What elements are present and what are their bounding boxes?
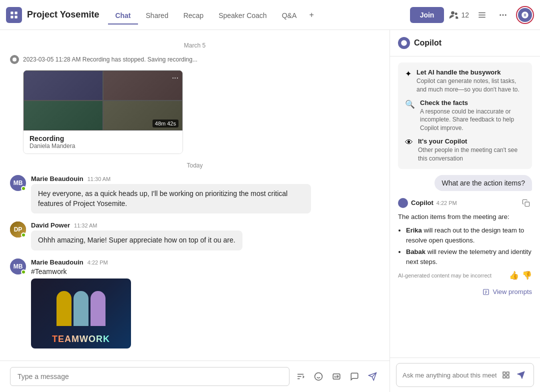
response-bold-1: Erika (406, 226, 422, 234)
recording-author: Daniela Mandera (30, 142, 176, 150)
person-3 (90, 291, 106, 326)
copilot-icon (518, 8, 532, 22)
message-bubble-2: Ohhh amazing, Marie! Super appreciate ho… (31, 230, 242, 250)
info-desc-2: A response could be inaccurate or incomp… (420, 108, 525, 132)
message-author-1: Marie Beaudouin (31, 175, 84, 182)
recording-duration: 48m 42s (152, 120, 178, 128)
message-author-2: David Power (31, 222, 70, 229)
attach-icon[interactable] (348, 370, 362, 384)
response-list: Erika will reach out to the design team … (398, 226, 532, 266)
copilot-avatar-button[interactable] (516, 6, 534, 24)
add-tab-button[interactable]: + (304, 8, 318, 22)
info-item-3: 👁 It's your Copilot Other people in the … (405, 138, 525, 163)
app-icon[interactable] (6, 7, 22, 23)
list-icon[interactable] (474, 7, 490, 23)
view-prompts-button[interactable]: View prompts (482, 288, 532, 296)
participants-button[interactable]: 12 (449, 10, 469, 20)
view-prompts-row: View prompts (398, 286, 532, 298)
join-button[interactable]: Join (410, 7, 444, 23)
gif-icon[interactable] (330, 370, 344, 384)
copilot-response: Copilot 4:22 PM The action items from th… (398, 197, 532, 280)
online-indicator-david (21, 232, 26, 238)
gif-people (31, 284, 131, 334)
avatar-marie: MB (10, 175, 26, 191)
message-content-1: Marie Beaudouin 11:30 AM Hey everyone, a… (31, 175, 380, 214)
nav-left: Project Yosemite Chat Shared Recap Speak… (6, 6, 410, 24)
tab-chat[interactable]: Chat (108, 8, 138, 24)
person-1 (56, 291, 72, 326)
message-1: MB Marie Beaudouin 11:30 AM Hey everyone… (10, 175, 380, 214)
svg-rect-2 (10, 16, 13, 18)
copilot-body: ✦ Let AI handle the busywork Copilot can… (390, 56, 540, 358)
avatar-david: DP (10, 222, 26, 238)
message-content-2: David Power 11:32 AM Ohhh amazing, Marie… (31, 222, 380, 250)
response-time: 4:22 PM (436, 200, 457, 206)
response-bold-2: Babak (406, 248, 426, 256)
message-time-3: 4:22 PM (88, 260, 108, 266)
thumbs-down-icon[interactable]: 👎 (522, 270, 532, 280)
emoji-icon[interactable] (312, 370, 326, 384)
svg-rect-20 (525, 202, 530, 206)
participants-count: 12 (461, 11, 469, 19)
response-author: Copilot 4:22 PM (398, 198, 457, 208)
top-navigation: Project Yosemite Chat Shared Recap Speak… (0, 0, 540, 30)
view-prompts-label: View prompts (492, 288, 532, 296)
svg-point-5 (455, 12, 458, 15)
svg-point-12 (12, 58, 16, 62)
person-2 (74, 291, 88, 326)
avatar-marie-2: MB (10, 258, 26, 274)
tab-speaker-coach[interactable]: Speaker Coach (212, 8, 274, 24)
svg-point-11 (505, 14, 506, 16)
svg-rect-1 (15, 12, 18, 14)
info-title-2: Check the facts (420, 99, 525, 106)
info-desc-3: Other people in the meeting can't see th… (418, 146, 525, 163)
tab-qa[interactable]: Q&A (275, 8, 304, 24)
thumbs-up-icon[interactable]: 👍 (509, 270, 519, 280)
info-title-3: It's your Copilot (418, 138, 525, 145)
ai-disclaimer: AI-generated content may be incorrect (398, 272, 492, 278)
recording-card[interactable]: 48m 42s ··· Recording Daniela Mandera (23, 70, 183, 154)
copilot-info-card: ✦ Let AI handle the busywork Copilot can… (398, 62, 532, 169)
response-intro: The action items from the meeting are: (398, 212, 532, 222)
message-author-3: Marie Beaudouin (31, 258, 84, 266)
chat-messages: March 5 2023-03-05 11:28 AM Recording ha… (0, 30, 390, 360)
sparkle-icon: ✦ (405, 69, 412, 78)
recording-system-text: 2023-03-05 11:28 AM Recording has stoppe… (23, 56, 198, 63)
copilot-header-icon (398, 37, 410, 49)
response-item-2: Babak will review the telemetry and iden… (406, 247, 532, 266)
format-icon[interactable] (294, 370, 308, 384)
message-content-3: Marie Beaudouin 4:22 PM #Teamwork TEAMWO… (31, 258, 380, 348)
user-question-container: What are the action items? (398, 175, 532, 191)
more-options-button[interactable] (495, 7, 511, 23)
image-grid-icon[interactable] (500, 368, 512, 382)
message-header-2: David Power 11:32 AM (31, 222, 380, 229)
svg-rect-3 (15, 16, 18, 18)
info-item-1: ✦ Let AI handle the busywork Copilot can… (405, 68, 525, 94)
hashtag-teamwork: #Teamwork (31, 268, 380, 276)
copy-button[interactable] (520, 197, 532, 209)
send-icon[interactable] (366, 370, 380, 384)
eye-icon: 👁 (405, 138, 413, 147)
copilot-input[interactable] (402, 372, 496, 379)
recording-system-message: 2023-03-05 11:28 AM Recording has stoppe… (10, 55, 380, 64)
feedback-row: AI-generated content may be incorrect 👍 … (398, 270, 532, 280)
info-desc-1: Copilot can generate notes, list tasks, … (416, 77, 525, 94)
svg-point-19 (401, 40, 407, 46)
tab-shared[interactable]: Shared (139, 8, 176, 24)
magnify-icon: 🔍 (405, 100, 415, 109)
tab-recap[interactable]: Recap (176, 8, 210, 24)
chat-input[interactable] (10, 367, 290, 386)
message-time-2: 11:32 AM (74, 222, 97, 228)
recording-more-button[interactable]: ··· (172, 74, 178, 82)
teamwork-gif: TEAMWORK (31, 278, 131, 348)
send-copilot-icon[interactable] (514, 368, 528, 382)
response-text-1: will reach out to the design team to res… (406, 226, 524, 244)
message-header-1: Marie Beaudouin 11:30 AM (31, 175, 380, 182)
message-header-3: Marie Beaudouin 4:22 PM (31, 258, 380, 266)
svg-marker-30 (518, 372, 524, 378)
svg-point-10 (502, 14, 504, 16)
copilot-input-area (390, 358, 540, 392)
copilot-title: Copilot (414, 38, 442, 48)
recording-thumbnail: 48m 42s ··· (24, 70, 182, 130)
response-item-1: Erika will reach out to the design team … (406, 226, 532, 245)
